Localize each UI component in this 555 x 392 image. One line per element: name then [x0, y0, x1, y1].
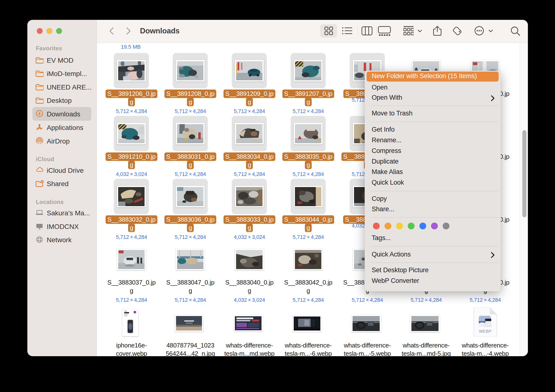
svg-text:WEBP: WEBP [479, 329, 492, 334]
